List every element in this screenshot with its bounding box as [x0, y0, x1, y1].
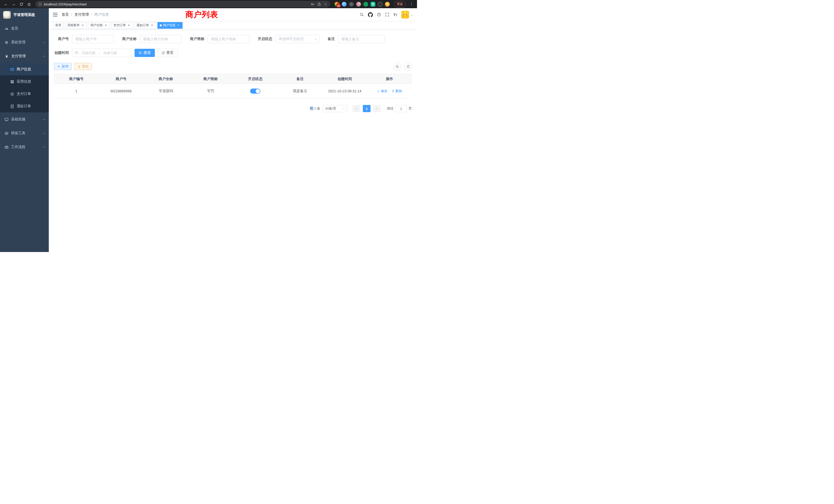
status-select[interactable]: 请选择开启状态	[275, 35, 320, 43]
browser-menu-icon[interactable]: ⋮	[409, 2, 414, 6]
cell-create-time: 2021-10-23 08:31:14	[323, 84, 367, 98]
page-annotation: 商户列表	[185, 9, 218, 20]
column-header: 创建时间	[323, 74, 367, 84]
sidebar-item-label: 应用信息	[17, 79, 31, 84]
export-button[interactable]: 导出	[74, 63, 92, 70]
sidebar-item-workflow[interactable]: 工作流程	[0, 140, 49, 154]
chevron-down-icon	[314, 38, 317, 41]
font-size-icon[interactable]: TT	[393, 13, 397, 17]
remark-input[interactable]	[338, 35, 385, 43]
page-size-value: 10条/页	[325, 106, 336, 111]
tab-process-form[interactable]: 流程表单 ×	[65, 22, 87, 29]
breadcrumb-payment[interactable]: 支付管理	[74, 12, 89, 17]
sidebar-item-infrastructure[interactable]: 基础设施	[0, 112, 49, 126]
forward-icon[interactable]: →	[10, 1, 17, 7]
prev-page-button[interactable]	[353, 105, 360, 112]
share-icon[interactable]	[317, 2, 321, 6]
next-page-button[interactable]	[373, 105, 381, 112]
chevron-down-icon	[342, 107, 345, 110]
add-button-label: 新增	[62, 64, 68, 69]
merchant-no-label: 商户号	[54, 37, 69, 41]
help-icon[interactable]	[377, 13, 381, 17]
chevron-left-icon	[355, 107, 358, 110]
avatar-caret-icon[interactable]: ▼	[411, 15, 413, 19]
goto-unit: 页	[409, 106, 412, 111]
tab-merchant-info[interactable]: 商户信息 ×	[157, 22, 182, 29]
reload-icon[interactable]	[18, 1, 25, 7]
back-icon[interactable]: ←	[3, 1, 9, 7]
page-number-button[interactable]: 1	[363, 105, 371, 112]
fullscreen-icon[interactable]	[385, 13, 389, 17]
toggle-search-button[interactable]	[393, 63, 401, 70]
app-logo-image	[3, 11, 11, 19]
breadcrumb: 首页 / 支付管理 / 商户信息	[62, 12, 109, 17]
app-logo[interactable]: 芋道管理系统	[0, 8, 49, 22]
github-icon[interactable]	[368, 12, 373, 17]
pagination-total-unit: 条	[317, 107, 320, 110]
extension-icon-3[interactable]	[349, 2, 354, 7]
site-info-icon[interactable]	[38, 2, 42, 6]
extension-badge: 10	[336, 4, 341, 8]
bookmark-star-icon[interactable]: ☆	[324, 2, 327, 6]
sidebar-item-refund-order[interactable]: 退款订单	[0, 100, 49, 112]
breadcrumb-home[interactable]: 首页	[62, 12, 69, 17]
search-button[interactable]: 搜索	[135, 49, 155, 57]
delete-button[interactable]: 删除	[392, 89, 402, 93]
extension-icon-2[interactable]	[342, 2, 347, 7]
close-tab-icon[interactable]: ×	[150, 24, 154, 27]
date-range-picker[interactable]: -	[72, 49, 131, 57]
close-tab-icon[interactable]: ×	[104, 24, 108, 27]
date-start-input[interactable]	[79, 51, 98, 55]
status-label: 开启状态	[258, 37, 272, 41]
goto-page-input[interactable]	[395, 105, 407, 112]
browser-update-button[interactable]: 更新	[394, 1, 406, 7]
extension-icon-5[interactable]	[363, 2, 368, 7]
key-icon[interactable]	[311, 2, 314, 6]
sidebar-item-pay-order[interactable]: 支付订单	[0, 88, 49, 100]
sidebar-item-app-info[interactable]: 应用信息	[0, 75, 49, 88]
close-tab-icon[interactable]: ×	[127, 24, 131, 27]
sidebar-item-dev-tools[interactable]: 研发工具	[0, 126, 49, 140]
sidebar-toggle-icon[interactable]	[53, 13, 58, 17]
add-button[interactable]: 新增	[54, 63, 72, 70]
address-bar[interactable]: localhost:1024/pay/merchant ☆	[36, 1, 330, 7]
chevron-down-icon	[43, 118, 46, 121]
search-button-label: 搜索	[144, 50, 151, 55]
document-icon	[10, 105, 14, 108]
sidebar-item-payment[interactable]: ¥ 支付管理	[0, 49, 49, 63]
sidebar-item-merchant-info[interactable]: 商户信息	[0, 63, 49, 75]
breadcrumb-separator: /	[91, 13, 92, 17]
short-name-input[interactable]	[207, 35, 249, 43]
sidebar-item-system[interactable]: 系统管理	[0, 36, 49, 49]
user-avatar[interactable]	[401, 11, 409, 19]
search-icon	[139, 51, 142, 55]
tab-refund-order[interactable]: 退款订单 ×	[134, 22, 156, 29]
breadcrumb-separator: /	[71, 13, 72, 17]
page-size-select[interactable]: 10条/页	[323, 105, 347, 112]
merchant-no-input[interactable]	[72, 35, 114, 43]
home-icon[interactable]	[26, 1, 32, 7]
tab-home[interactable]: 首页	[53, 22, 64, 29]
tab-pay-order[interactable]: 支付订单 ×	[111, 22, 133, 29]
status-toggle[interactable]	[250, 89, 260, 94]
extension-icon-4[interactable]	[356, 2, 361, 7]
extension-icon-6[interactable]	[371, 2, 375, 7]
date-end-input[interactable]	[101, 51, 119, 55]
extension-icon-7[interactable]	[378, 2, 382, 7]
search-icon[interactable]	[360, 13, 364, 17]
sidebar-item-home[interactable]: 首页	[0, 22, 49, 36]
full-name-input[interactable]	[140, 35, 182, 43]
column-header: 商户编号	[54, 74, 98, 84]
close-tab-icon[interactable]: ×	[177, 24, 180, 27]
refresh-table-button[interactable]	[404, 63, 412, 70]
extension-icon-1[interactable]: 10	[334, 2, 339, 7]
close-tab-icon[interactable]: ×	[81, 24, 85, 27]
tab-user-group[interactable]: 用户分组 ×	[88, 22, 110, 29]
reset-button[interactable]: 重置	[157, 49, 178, 57]
url-text[interactable]: localhost:1024/pay/merchant	[44, 2, 87, 6]
plus-icon	[57, 65, 60, 68]
edit-button[interactable]: 修改	[377, 89, 388, 93]
tags-view: 首页 流程表单 × 用户分组 × 支付订单 × 退款订单 × 商户信息 ×	[49, 21, 417, 30]
extension-icon-8[interactable]	[385, 2, 390, 7]
column-header: 备注	[278, 74, 322, 84]
